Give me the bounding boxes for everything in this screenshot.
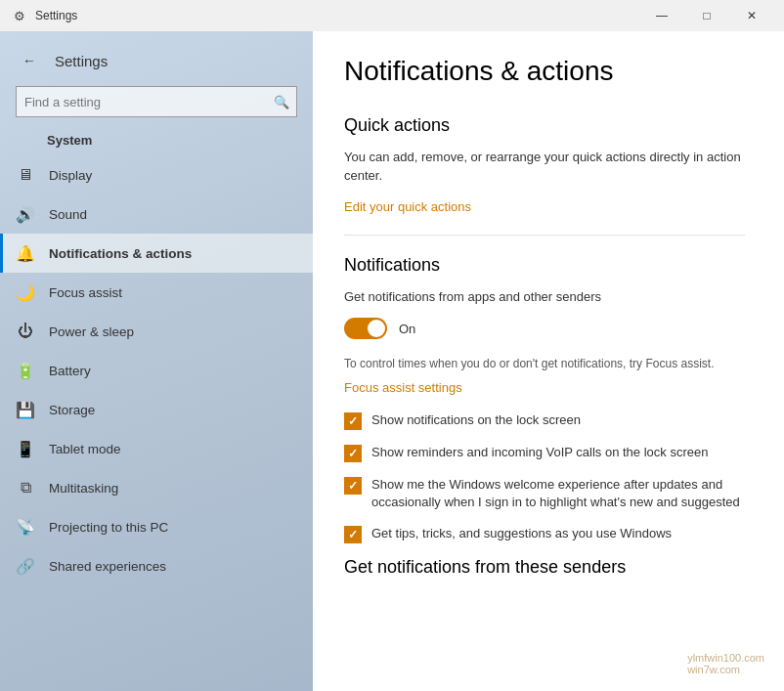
shared-icon: 🔗 — [16, 556, 35, 576]
sidebar-item-label: Shared experiences — [49, 559, 166, 574]
sidebar: ← Settings 🔍 System 🖥 Display 🔊 Sound 🔔 … — [0, 31, 313, 691]
search-container: 🔍 — [16, 86, 297, 117]
sidebar-item-sound[interactable]: 🔊 Sound — [0, 194, 313, 234]
sound-icon: 🔊 — [16, 204, 35, 224]
battery-icon: 🔋 — [16, 361, 35, 380]
multitasking-icon: ⧉ — [16, 478, 35, 497]
sidebar-section-label: System — [0, 129, 313, 155]
checkbox-row-welcome: Show me the Windows welcome experience a… — [344, 476, 745, 511]
sidebar-item-label: Focus assist — [49, 285, 122, 300]
sidebar-item-label: Tablet mode — [49, 442, 121, 456]
focus-assist-link[interactable]: Focus assist settings — [344, 380, 462, 395]
maximize-button[interactable]: □ — [684, 0, 729, 31]
focus-icon: 🌙 — [16, 282, 35, 302]
checkbox-label-lock-screen: Show notifications on the lock screen — [371, 411, 581, 429]
checkbox-tips[interactable] — [344, 526, 362, 543]
toggle-description: Get notifications from apps and other se… — [344, 287, 745, 307]
sidebar-item-label: Power & sleep — [49, 324, 134, 339]
app-container: ← Settings 🔍 System 🖥 Display 🔊 Sound 🔔 … — [0, 31, 784, 691]
search-input[interactable] — [16, 86, 297, 117]
sidebar-item-label: Storage — [49, 403, 95, 417]
tablet-icon: 📱 — [16, 439, 35, 458]
sidebar-item-projecting[interactable]: 📡 Projecting to this PC — [0, 507, 313, 546]
sidebar-item-label: Display — [49, 168, 92, 183]
titlebar-title: Settings — [35, 9, 639, 22]
checkbox-welcome[interactable] — [344, 477, 362, 495]
sidebar-item-label: Battery — [49, 364, 91, 378]
sidebar-header: ← Settings — [0, 31, 313, 82]
checkbox-lock-screen[interactable] — [344, 412, 362, 430]
quick-actions-desc: You can add, remove, or rearrange your q… — [344, 148, 745, 186]
checkbox-label-tips: Get tips, tricks, and suggestions as you… — [371, 525, 672, 542]
search-icon: 🔍 — [274, 95, 289, 109]
main-content: Notifications & actions Quick actions Yo… — [313, 31, 784, 691]
sidebar-item-battery[interactable]: 🔋 Battery — [0, 351, 313, 390]
toggle-label: On — [399, 322, 415, 336]
sidebar-item-tablet[interactable]: 📱 Tablet mode — [0, 429, 313, 468]
display-icon: 🖥 — [16, 165, 35, 185]
notifications-title: Notifications — [344, 255, 745, 276]
sidebar-item-label: Sound — [49, 207, 87, 222]
checkbox-reminders[interactable] — [344, 445, 362, 462]
sidebar-item-notifications[interactable]: 🔔 Notifications & actions — [0, 234, 313, 273]
checkbox-label-reminders: Show reminders and incoming VoIP calls o… — [371, 444, 708, 461]
back-button[interactable]: ← — [16, 47, 43, 74]
sidebar-app-title: Settings — [55, 53, 108, 69]
quick-actions-title: Quick actions — [344, 115, 745, 136]
notifications-icon: 🔔 — [16, 243, 35, 263]
window-controls: — □ ✕ — [639, 0, 774, 31]
checkbox-row-lock-screen: Show notifications on the lock screen — [344, 411, 745, 430]
sidebar-item-storage[interactable]: 💾 Storage — [0, 390, 313, 429]
checkboxes-container: Show notifications on the lock screen Sh… — [344, 411, 745, 543]
checkbox-row-tips: Get tips, tricks, and suggestions as you… — [344, 525, 745, 543]
sidebar-item-label: Notifications & actions — [49, 246, 192, 261]
checkbox-label-welcome: Show me the Windows welcome experience a… — [371, 476, 745, 511]
toggle-row: On — [344, 318, 745, 339]
back-icon: ← — [22, 53, 36, 68]
sidebar-item-multitasking[interactable]: ⧉ Multitasking — [0, 468, 313, 507]
power-icon: ⏻ — [16, 322, 35, 341]
checkbox-row-reminders: Show reminders and incoming VoIP calls o… — [344, 444, 745, 462]
notifications-toggle[interactable] — [344, 318, 387, 339]
edit-quick-actions-link[interactable]: Edit your quick actions — [344, 199, 471, 214]
sidebar-item-focus[interactable]: 🌙 Focus assist — [0, 273, 313, 312]
sidebar-item-shared[interactable]: 🔗 Shared experiences — [0, 546, 313, 585]
search-button[interactable]: 🔍 — [266, 86, 297, 117]
settings-icon: ⚙ — [10, 6, 29, 25]
minimize-button[interactable]: — — [639, 0, 684, 31]
senders-title: Get notifications from these senders — [344, 557, 745, 578]
focus-assist-note: To control times when you do or don't ge… — [344, 355, 745, 372]
titlebar: ⚙ Settings — □ ✕ — [0, 0, 784, 31]
projecting-icon: 📡 — [16, 517, 35, 537]
quick-actions-section: Quick actions You can add, remove, or re… — [344, 115, 745, 215]
notifications-section: Notifications Get notifications from app… — [344, 255, 745, 579]
sidebar-nav: 🖥 Display 🔊 Sound 🔔 Notifications & acti… — [0, 155, 313, 691]
watermark: ylmfwin100.comwin7w.com — [687, 652, 764, 675]
sidebar-item-power[interactable]: ⏻ Power & sleep — [0, 312, 313, 351]
divider-1 — [344, 235, 745, 236]
sidebar-item-label: Projecting to this PC — [49, 520, 168, 535]
sidebar-item-display[interactable]: 🖥 Display — [0, 155, 313, 194]
page-title: Notifications & actions — [344, 55, 745, 88]
sidebar-item-label: Multitasking — [49, 481, 118, 496]
close-button[interactable]: ✕ — [729, 0, 774, 31]
storage-icon: 💾 — [16, 400, 35, 419]
